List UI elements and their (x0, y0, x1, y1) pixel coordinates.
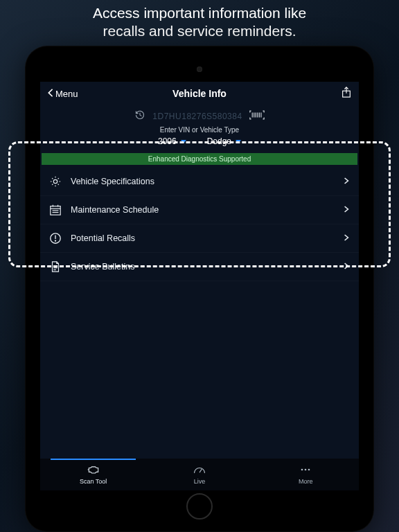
document-icon (48, 260, 62, 274)
svg-point-17 (55, 240, 55, 241)
more-icon (299, 464, 312, 477)
year-dropdown[interactable]: 2006 (158, 136, 186, 146)
promo-headline: Access important information like recall… (0, 0, 399, 44)
barcode-scan-icon[interactable] (249, 110, 265, 123)
chevron-right-icon (344, 177, 349, 187)
back-label: Menu (55, 89, 78, 99)
tab-scan-tool[interactable]: Scan Tool (40, 459, 146, 490)
gear-icon (48, 175, 62, 188)
tab-bar: Scan Tool Live More (40, 459, 359, 490)
title-bar: Menu Vehicle Info (40, 82, 359, 105)
row-vehicle-specifications[interactable]: Vehicle Specifications (40, 168, 359, 196)
svg-line-22 (200, 469, 202, 472)
tab-live[interactable]: Live (146, 459, 252, 490)
vin-input[interactable]: 1D7HU18276S580384 (152, 112, 242, 121)
caret-down-icon (236, 140, 241, 143)
alert-icon (48, 231, 62, 245)
tab-label: Live (194, 478, 206, 485)
row-label: Maintenance Schedule (71, 205, 335, 215)
chevron-left-icon (47, 88, 54, 100)
calendar-icon (48, 203, 62, 217)
chevron-right-icon (344, 205, 349, 215)
caret-down-icon (181, 140, 186, 143)
tab-label: More (299, 478, 313, 485)
gauge-icon (193, 464, 206, 477)
row-maintenance-schedule[interactable]: Maintenance Schedule (40, 196, 359, 224)
diagnostics-banner: Enhanced Diagnostics Supported (42, 153, 357, 165)
history-icon[interactable] (134, 109, 145, 123)
app-screen: Menu Vehicle Info 1D7HU18276S580384 (40, 82, 359, 490)
tab-more[interactable]: More (253, 459, 359, 490)
share-button[interactable] (341, 86, 352, 101)
row-service-bulletins[interactable]: Service Bulletins (40, 253, 359, 281)
share-icon (341, 89, 352, 100)
engine-icon (87, 464, 100, 477)
page-title: Vehicle Info (172, 88, 227, 99)
promo-line-2: recalls and service reminders. (103, 23, 296, 39)
row-label: Potential Recalls (71, 233, 335, 243)
row-potential-recalls[interactable]: Potential Recalls (40, 224, 359, 253)
svg-point-23 (301, 469, 303, 471)
vin-row: 1D7HU18276S580384 (40, 109, 359, 123)
promo-line-1: Access important information like (93, 5, 306, 21)
tablet-frame: Menu Vehicle Info 1D7HU18276S580384 (25, 46, 374, 532)
row-label: Vehicle Specifications (71, 177, 335, 186)
tab-label: Scan Tool (80, 478, 107, 485)
chevron-right-icon (344, 262, 349, 272)
info-list: Vehicle Specifications Maintenance Sched… (40, 168, 359, 281)
back-button[interactable]: Menu (47, 88, 78, 100)
tablet-camera (197, 66, 202, 72)
dropdown-row: 2006 Dodge (40, 136, 359, 152)
svg-point-8 (53, 179, 57, 183)
svg-point-24 (305, 469, 307, 471)
make-value: Dodge (207, 136, 231, 146)
svg-point-25 (308, 469, 310, 471)
tablet-home-button[interactable] (186, 493, 213, 520)
make-dropdown[interactable]: Dodge (207, 136, 241, 146)
vin-hint: Enter VIN or Vehicle Type (40, 126, 359, 134)
chevron-right-icon (344, 233, 349, 244)
row-label: Service Bulletins (71, 262, 335, 272)
year-value: 2006 (158, 136, 177, 146)
